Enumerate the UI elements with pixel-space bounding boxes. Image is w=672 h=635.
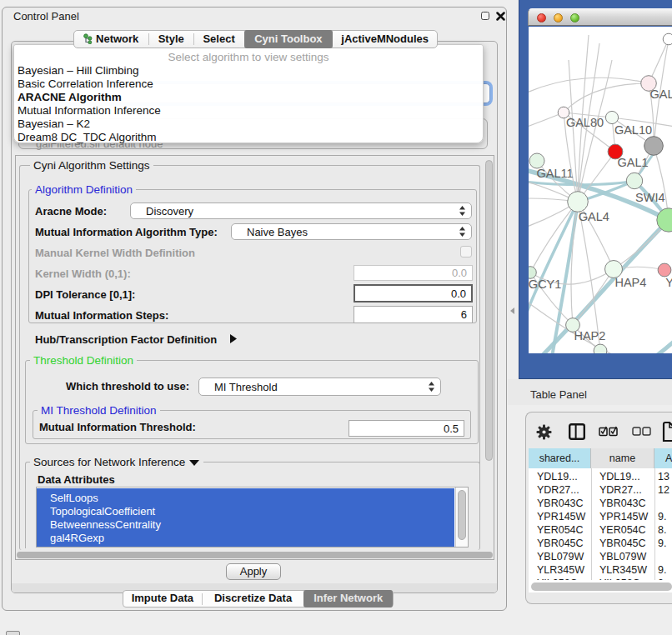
svg-text:HAP4: HAP4 — [614, 276, 646, 289]
svg-text:HAP2: HAP2 — [574, 329, 605, 342]
svg-text:SWI4: SWI4 — [635, 191, 664, 204]
svg-text:GAL1: GAL1 — [617, 156, 648, 169]
svg-text:GAL11: GAL11 — [536, 167, 573, 180]
svg-text:Y: Y — [665, 276, 672, 289]
svg-text:GAL80: GAL80 — [566, 116, 604, 129]
svg-text:GAL7: GAL7 — [650, 88, 672, 101]
svg-text:GAL10: GAL10 — [614, 123, 652, 137]
svg-text:GAL4: GAL4 — [579, 210, 609, 223]
svg-text:GCY1: GCY1 — [529, 278, 561, 291]
